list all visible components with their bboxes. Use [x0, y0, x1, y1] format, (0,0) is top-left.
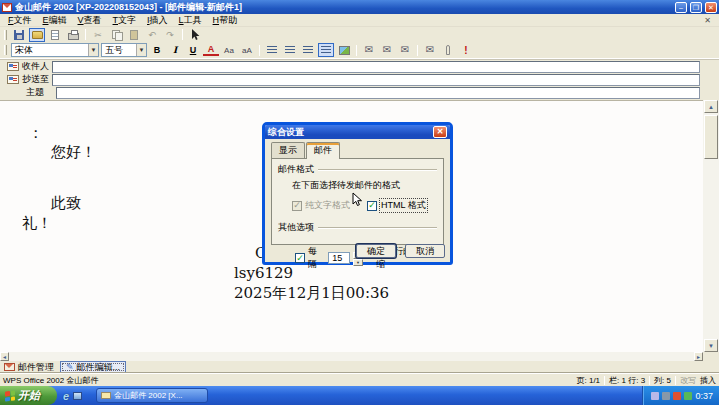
edit-pencil-icon: ✎ — [66, 363, 74, 372]
grow-font-button[interactable]: Aa — [221, 43, 237, 57]
font-color-button[interactable]: A — [203, 44, 219, 56]
image-icon — [339, 46, 350, 55]
menu-insert[interactable]: I插入 — [147, 14, 168, 27]
address-book-icon[interactable] — [7, 62, 19, 71]
encrypt-mail-button[interactable]: ✉ — [422, 43, 438, 57]
dialog-button-row: 确定 取消 — [356, 244, 445, 258]
scroll-up-icon[interactable]: ▲ — [704, 100, 718, 113]
subject-input[interactable] — [56, 87, 700, 99]
close-button[interactable]: ✕ — [705, 2, 717, 13]
tab-mail-manage[interactable]: 邮件管理 — [4, 361, 54, 374]
format-toolbar: 宋体 ▼ 五号 ▼ B I U A Aa aA ✉ ✉ ✉ ✉ ! — [0, 42, 719, 59]
undo-button[interactable]: ↶ — [144, 28, 160, 42]
tray-input-method-icon[interactable] — [662, 392, 670, 400]
menu-edit[interactable]: E编辑 — [43, 14, 67, 27]
ok-button[interactable]: 确定 — [356, 244, 396, 258]
menu-tools[interactable]: L工具 — [179, 14, 202, 27]
scroll-down-icon[interactable]: ▼ — [704, 339, 718, 352]
align-center-icon — [285, 46, 295, 55]
html-label[interactable]: HTML 格式 — [380, 199, 427, 212]
show-desktop-icon[interactable] — [73, 392, 82, 400]
app-mail-icon — [2, 3, 12, 12]
stepper-down-icon[interactable]: ▼ — [353, 259, 364, 266]
other-options-group: 其他选项 — [278, 221, 437, 234]
align-center-button[interactable] — [282, 43, 298, 57]
mouse-cursor-icon — [352, 192, 364, 208]
vertical-scrollbar[interactable]: ▲ ▼ — [703, 100, 719, 352]
align-justify-button[interactable] — [318, 43, 334, 57]
internet-explorer-icon[interactable]: e — [63, 390, 69, 402]
toolbar-grip[interactable] — [4, 30, 7, 40]
underline-button[interactable]: U — [185, 43, 201, 57]
attach-file-button[interactable] — [440, 43, 456, 57]
tray-volume-icon[interactable] — [673, 392, 681, 400]
child-window-close-icon[interactable]: ✕ — [702, 15, 713, 26]
cancel-button[interactable]: 取消 — [405, 244, 445, 258]
compress-checkbox[interactable]: ✓ — [295, 253, 305, 263]
chevron-down-icon[interactable]: ▼ — [88, 44, 98, 56]
chevron-down-icon[interactable]: ▼ — [136, 44, 146, 56]
stationery-button[interactable]: ✉ — [397, 43, 413, 57]
menu-text[interactable]: T文字 — [113, 14, 137, 27]
menu-help[interactable]: H帮助 — [213, 14, 238, 27]
minimize-button[interactable]: – — [675, 2, 687, 13]
plaintext-label: 纯文字格式 — [305, 199, 350, 212]
tab-mail-edit[interactable]: ✎ 邮件编辑... — [60, 361, 126, 373]
insert-image-button[interactable] — [336, 43, 352, 57]
interval-input[interactable]: 15 — [328, 252, 349, 264]
scrollbar-thumb[interactable] — [704, 115, 718, 159]
send-mail-button[interactable] — [29, 28, 45, 42]
italic-button[interactable]: I — [167, 43, 183, 57]
status-column: 列: 5 — [654, 375, 671, 386]
to-field-row: 收件人 — [0, 60, 703, 73]
dialog-close-icon[interactable]: ✕ — [433, 126, 447, 138]
tab-display[interactable]: 显示 — [271, 142, 305, 159]
address-book-button[interactable]: ✉ — [361, 43, 377, 57]
shrink-font-button[interactable]: aA — [239, 43, 255, 57]
address-book-icon[interactable] — [7, 75, 19, 84]
save-button[interactable] — [11, 28, 27, 42]
start-button[interactable]: 开始 — [0, 386, 57, 405]
select-pointer-button[interactable] — [187, 28, 203, 42]
tray-network-icon[interactable] — [651, 392, 659, 400]
restore-button[interactable]: ❐ — [690, 2, 702, 13]
taskbar-task-button[interactable]: 金山邮件 2002 [X... — [96, 388, 208, 403]
align-right-button[interactable] — [300, 43, 316, 57]
bold-button[interactable]: B — [149, 43, 165, 57]
cc-label[interactable]: 抄送至 — [22, 73, 52, 86]
body-closing: 此致 — [51, 194, 81, 213]
taskbar: 开始 e 金山邮件 2002 [X... 0:37 — [0, 386, 719, 405]
tray-antivirus-icon[interactable] — [684, 392, 692, 400]
cc-input[interactable] — [52, 74, 700, 86]
to-label[interactable]: 收件人 — [22, 60, 52, 73]
menu-file[interactable]: F文件 — [8, 14, 32, 27]
cut-button[interactable]: ✂ — [90, 28, 106, 42]
paste-button[interactable] — [126, 28, 142, 42]
print-button[interactable] — [65, 28, 81, 42]
font-family-select[interactable]: 宋体 ▼ — [11, 43, 99, 57]
mail-app-icon — [101, 392, 111, 399]
font-size-select[interactable]: 五号 ▼ — [101, 43, 147, 57]
scroll-right-icon[interactable]: ► — [694, 352, 703, 361]
menu-view[interactable]: V查看 — [78, 14, 102, 27]
print-preview-button[interactable] — [47, 28, 63, 42]
signature-button[interactable]: ✉ — [379, 43, 395, 57]
priority-button[interactable]: ! — [458, 43, 474, 57]
font-size-value: 五号 — [105, 44, 123, 57]
copy-button[interactable] — [108, 28, 124, 42]
dialog-title: 综合设置 — [268, 126, 304, 139]
align-justify-icon — [321, 46, 331, 55]
tray-clock[interactable]: 0:37 — [695, 391, 713, 401]
status-col-row: 栏: 1 行: 3 — [609, 375, 645, 386]
paste-icon — [130, 30, 138, 40]
interval-prefix-label: 每隔 — [308, 245, 325, 271]
mail-format-group: 邮件格式 — [278, 163, 437, 176]
toolbar-separator — [417, 45, 418, 56]
to-input[interactable] — [52, 61, 700, 73]
align-left-icon — [267, 46, 277, 55]
tab-mail[interactable]: 邮件 — [306, 142, 340, 159]
redo-button[interactable]: ↷ — [162, 28, 178, 42]
align-left-button[interactable] — [264, 43, 280, 57]
toolbar-grip[interactable] — [4, 45, 7, 55]
html-checkbox[interactable]: ✓ — [367, 201, 377, 211]
